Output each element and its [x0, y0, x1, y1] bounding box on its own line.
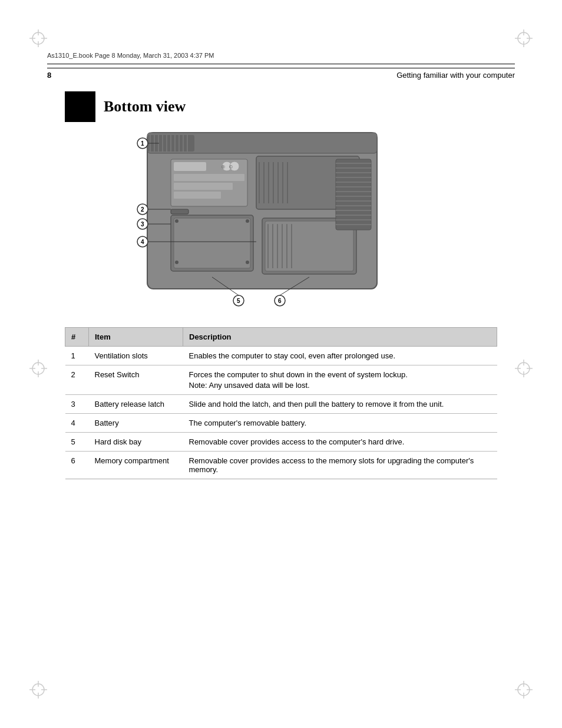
table-row: 1 Ventilation slots Enables the computer…: [65, 347, 497, 365]
row-num: 3: [65, 395, 89, 414]
svg-text:2: 2: [141, 206, 144, 213]
svg-text:5: 5: [237, 298, 240, 304]
row-item: Battery release latch: [89, 395, 183, 414]
laptop-image: ® ©: [130, 127, 395, 309]
features-table: # Item Description 1 Ventilation slots E…: [65, 327, 497, 479]
svg-point-53: [175, 261, 178, 264]
table-row: 2 Reset Switch Forces the computer to sh…: [65, 365, 497, 395]
top-divider: [47, 64, 515, 64]
section-black-square: [65, 91, 95, 122]
svg-text:3: 3: [141, 221, 144, 228]
svg-rect-50: [174, 218, 250, 268]
row-note: Note: Any unsaved data will be lost.: [189, 381, 491, 390]
svg-text:®: ®: [222, 164, 225, 170]
svg-rect-63: [171, 209, 189, 214]
row-num: 1: [65, 347, 89, 365]
corner-mark-ml: [29, 360, 47, 377]
svg-point-54: [246, 261, 249, 264]
row-desc: Slide and hold the latch, and then pull …: [183, 395, 497, 414]
table-row: 3 Battery release latch Slide and hold t…: [65, 395, 497, 414]
table-row: 5 Hard disk bay Removable cover provides…: [65, 433, 497, 452]
svg-rect-35: [174, 183, 233, 190]
corner-mark-tl: [29, 29, 47, 47]
bottom-divider: [47, 68, 515, 68]
row-num: 2: [65, 365, 89, 395]
row-num: 4: [65, 414, 89, 433]
row-item: Reset Switch: [89, 365, 183, 395]
corner-mark-br: [515, 681, 533, 699]
row-num: 6: [65, 452, 89, 479]
row-desc: Forces the computer to shut down in the …: [183, 365, 497, 395]
svg-rect-34: [174, 174, 244, 181]
svg-text:4: 4: [141, 239, 144, 245]
table-header-num: #: [65, 328, 89, 347]
row-item: Memory compartment: [89, 452, 183, 479]
svg-text:©: ©: [229, 164, 233, 170]
svg-text:1: 1: [141, 140, 144, 147]
row-desc: Removable cover provides access to the c…: [183, 433, 497, 452]
row-item: Hard disk bay: [89, 433, 183, 452]
row-num: 5: [65, 433, 89, 452]
page-number: 8: [47, 71, 51, 80]
section-title: Bottom view: [104, 98, 186, 116]
table-row: 4 Battery The computer's removable batte…: [65, 414, 497, 433]
chapter-title: Getting familiar with your computer: [396, 71, 515, 80]
file-info: As1310_E.book Page 8 Monday, March 31, 2…: [47, 52, 214, 59]
row-item: Battery: [89, 414, 183, 433]
row-item: Ventilation slots: [89, 347, 183, 365]
section-heading: Bottom view: [65, 91, 186, 122]
row-desc: The computer's removable battery.: [183, 414, 497, 433]
table-header-desc: Description: [183, 328, 497, 347]
table-row: 6 Memory compartment Removable cover pro…: [65, 452, 497, 479]
corner-mark-bl: [29, 681, 47, 699]
row-desc: Removable cover provides access to the m…: [183, 452, 497, 479]
row-desc: Enables the computer to stay cool, even …: [183, 347, 497, 365]
corner-mark-mr: [515, 360, 533, 377]
table-header-item: Item: [89, 328, 183, 347]
svg-rect-36: [174, 192, 221, 199]
svg-point-52: [246, 219, 249, 223]
svg-text:6: 6: [278, 298, 282, 304]
svg-rect-33: [174, 162, 206, 171]
svg-point-51: [175, 219, 178, 223]
corner-mark-tr: [515, 29, 533, 47]
